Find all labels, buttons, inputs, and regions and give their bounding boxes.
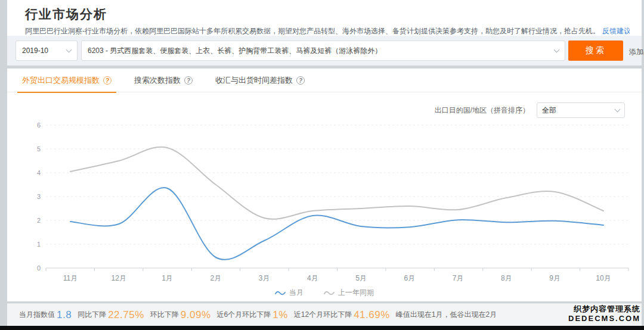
tabs: 外贸出口交易规模指数 ? 搜索次数指数 ? 收汇与出货时间差指数 ? bbox=[7, 69, 642, 92]
y-tick-label: 6 bbox=[37, 122, 41, 129]
tab-search-count-index[interactable]: 搜索次数指数 ? bbox=[134, 69, 193, 92]
category-select[interactable]: 6203 - 男式西服套装、便服套装、上衣、长裤、护胸背带工装裤、马裤及短裤（游… bbox=[81, 41, 565, 61]
watermark-line1: 织梦内容管理系统 bbox=[568, 304, 640, 314]
stat-peak-trough: 峰值出现在1月，低谷出现在2月 bbox=[396, 310, 497, 320]
date-select-value: 2019-10 bbox=[22, 46, 62, 55]
stat-value: 1% bbox=[273, 309, 288, 321]
y-tick-label: 2 bbox=[37, 217, 41, 224]
wave-line-icon bbox=[275, 289, 286, 297]
y-tick-label: 0 bbox=[37, 264, 41, 272]
page-description: 阿里巴巴行业洞察-行业市场分析，依赖阿里巴巴国际站十多年所积累交易数据，期望对您… bbox=[25, 26, 630, 36]
stat-label: 峰值出现在1月，低谷出现在2月 bbox=[396, 310, 497, 320]
page-description-text: 阿里巴巴行业洞察-行业市场分析，依赖阿里巴巴国际站十多年所积累交易数据，期望对您… bbox=[25, 27, 600, 35]
tab-label: 搜索次数指数 bbox=[134, 75, 181, 86]
chevron-down-icon bbox=[554, 46, 560, 52]
x-tick-label: 11月 bbox=[63, 274, 78, 282]
series-line-current-month bbox=[70, 188, 603, 260]
filter-row: 2019-10 6203 - 男式西服套装、便服套装、上衣、长裤、护胸背带工装裤… bbox=[7, 36, 642, 66]
stat-value: 41.69% bbox=[354, 309, 390, 321]
chevron-down-icon bbox=[66, 46, 72, 52]
add-category-link[interactable]: 添加品类 bbox=[629, 47, 644, 57]
legend-item-current-month[interactable]: 当月 bbox=[275, 288, 304, 298]
help-icon[interactable]: ? bbox=[296, 76, 305, 85]
x-tick-label: 4月 bbox=[307, 274, 318, 282]
x-tick-label: 10月 bbox=[596, 274, 611, 282]
tab-export-trade-scale-index[interactable]: 外贸出口交易规模指数 ? bbox=[22, 69, 112, 92]
x-tick-label: 2月 bbox=[210, 274, 221, 282]
help-icon[interactable]: ? bbox=[103, 76, 112, 85]
country-filter-label: 出口目的国/地区（拼音排序） bbox=[435, 105, 530, 116]
stat-label: 近6个月环比下降 bbox=[217, 310, 271, 320]
y-tick-label: 5 bbox=[37, 145, 41, 152]
stats-bar: 当月指数值 1.8 同比下降 22.75% 环比下降 9.09% 近6个月环比下… bbox=[7, 303, 642, 326]
x-tick-label: 8月 bbox=[501, 274, 512, 282]
x-tick-label: 9月 bbox=[549, 274, 561, 282]
y-tick-label: 1 bbox=[37, 241, 41, 248]
legend-label: 当月 bbox=[289, 288, 304, 298]
stat-mom-decline: 环比下降 9.09% bbox=[150, 309, 217, 321]
stat-value: 22.75% bbox=[108, 309, 144, 321]
help-icon[interactable]: ? bbox=[184, 76, 193, 85]
bottom-strip bbox=[0, 326, 644, 330]
wave-line-icon bbox=[324, 289, 335, 297]
page-title: 行业市场分析 bbox=[25, 6, 107, 23]
date-select[interactable]: 2019-10 bbox=[16, 41, 78, 61]
watermark: 织梦内容管理系统 DEDECMS.COM bbox=[568, 304, 640, 324]
stat-yoy-decline: 同比下降 22.75% bbox=[78, 309, 150, 321]
header-panel: 行业市场分析 阿里巴巴行业洞察-行业市场分析，依赖阿里巴巴国际站十多年所积累交易… bbox=[7, 0, 642, 66]
stat-label: 当月指数值 bbox=[19, 310, 55, 320]
stat-12month-decline: 近12个月环比下降 41.69% bbox=[294, 309, 396, 321]
x-tick-label: 3月 bbox=[259, 274, 270, 282]
legend-label: 上一年同期 bbox=[338, 288, 374, 298]
stat-label: 同比下降 bbox=[78, 310, 106, 320]
chart-panel: 外贸出口交易规模指数 ? 搜索次数指数 ? 收汇与出货时间差指数 ? 出口目的国… bbox=[7, 69, 642, 301]
tab-payment-shipping-gap-index[interactable]: 收汇与出货时间差指数 ? bbox=[215, 69, 305, 92]
feedback-link[interactable]: 反馈建议 bbox=[602, 27, 630, 35]
chart-legend: 当月 上一年同期 bbox=[7, 288, 642, 298]
x-tick-label: 5月 bbox=[355, 274, 367, 282]
tab-label: 收汇与出货时间差指数 bbox=[215, 75, 293, 86]
stat-value: 1.8 bbox=[57, 309, 72, 321]
x-tick-label: 12月 bbox=[112, 274, 126, 282]
stat-6month-decline: 近6个月环比下降 1% bbox=[217, 309, 294, 321]
page: 行业市场分析 阿里巴巴行业洞察-行业市场分析，依赖阿里巴巴国际站十多年所积累交易… bbox=[0, 0, 644, 330]
legend-item-last-year[interactable]: 上一年同期 bbox=[324, 288, 374, 298]
country-select-value: 全部 bbox=[542, 105, 611, 116]
stat-current-index: 当月指数值 1.8 bbox=[19, 309, 78, 321]
stat-label: 环比下降 bbox=[150, 310, 179, 320]
tab-label: 外贸出口交易规模指数 bbox=[22, 75, 100, 86]
y-tick-label: 3 bbox=[37, 193, 41, 200]
search-button[interactable]: 搜索 bbox=[568, 41, 623, 61]
chevron-down-icon bbox=[615, 106, 621, 112]
stat-value: 9.09% bbox=[181, 309, 211, 321]
x-tick-label: 6月 bbox=[404, 274, 416, 282]
y-tick-label: 4 bbox=[37, 169, 41, 176]
line-chart: 012345611月12月1月2月3月4月5月6月7月8月9月10月 bbox=[7, 116, 642, 286]
x-tick-label: 1月 bbox=[162, 274, 173, 282]
series-line-last-year bbox=[70, 147, 603, 219]
watermark-line2: DEDECMS.COM bbox=[568, 314, 640, 323]
x-tick-label: 7月 bbox=[453, 274, 464, 282]
stat-label: 近12个月环比下降 bbox=[294, 310, 352, 320]
category-select-value: 6203 - 男式西服套装、便服套装、上衣、长裤、护胸背带工装裤、马裤及短裤（游… bbox=[88, 46, 550, 56]
